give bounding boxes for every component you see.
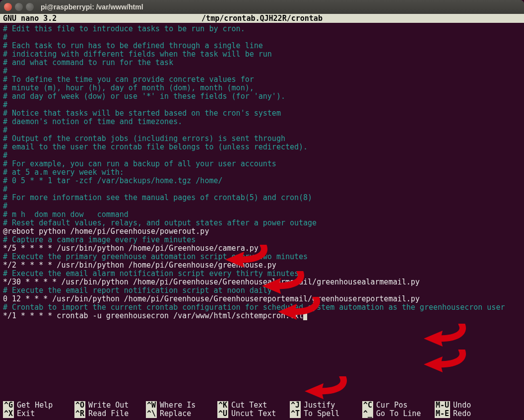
shortcut-go-to-line[interactable]: ^_Go To Line [362, 410, 435, 418]
nano-app-name: GNU nano 3.2 [0, 14, 60, 23]
shortcut-label: Read File [85, 410, 129, 418]
shortcut-label: Justify [301, 401, 335, 410]
shortcut-key: ^U [217, 410, 228, 418]
editor-line: # For more information see the manual pa… [3, 194, 521, 202]
shortcut-key: M-U [435, 401, 450, 410]
window-titlebar[interactable]: pi@raspberrypi: /var/www/html [0, 0, 524, 14]
shortcut-label: Undo [450, 401, 471, 410]
editor-line: */5 * * * * /usr/bin/python /home/pi/Gre… [3, 244, 521, 253]
editor-line: 0 12 * * * /usr/bin/python /home/pi/Gree… [3, 295, 521, 303]
shortcut-replace[interactable]: ^\Replace [146, 410, 217, 418]
shortcut-read-file[interactable]: ^RRead File [74, 410, 146, 418]
editor-line: # [3, 202, 521, 210]
annotation-arrow-icon [303, 376, 347, 401]
shortcut-label: Exit [14, 410, 35, 418]
editor-line: # Execute the primary greenhouse automat… [3, 253, 521, 261]
shortcut-undo[interactable]: M-UUndo [435, 401, 474, 410]
terminal-window: pi@raspberrypi: /var/www/html GNU nano 3… [0, 0, 524, 420]
text-cursor [303, 313, 307, 320]
shortcut-key: M-E [435, 410, 450, 418]
shortcut-label: Cut Text [228, 401, 267, 410]
editor-line: # [3, 33, 521, 42]
shortcut-label: Where Is [157, 401, 196, 410]
shortcut-key: ^G [3, 401, 14, 410]
editor-line: # daemon's notion of time and timezones. [3, 118, 521, 126]
shortcut-label: Cur Pos [373, 401, 407, 410]
editor-line: # and day of week (dow) or use '*' in th… [3, 92, 521, 101]
shortcut-key: ^W [146, 401, 157, 410]
editor-line: # For example, you can run a backup of a… [3, 160, 521, 168]
editor-line: # [3, 101, 521, 109]
editor-line: # [3, 126, 521, 135]
editor-line: # [3, 67, 521, 75]
editor-line: # Reset default values, relays, and outp… [3, 219, 521, 227]
shortcut-label: Go To Line [373, 410, 421, 418]
shortcut-key: ^J [290, 401, 301, 410]
editor-line: */30 * * * * /usr/bin/python /home/pi/Gr… [3, 278, 521, 286]
shortcut-redo[interactable]: M-ERedo [435, 410, 474, 418]
shortcut-key: ^K [217, 401, 228, 410]
shortcut-key: ^R [74, 410, 85, 418]
editor-line: # [3, 185, 521, 194]
shortcut-uncut-text[interactable]: ^UUncut Text [217, 410, 290, 418]
shortcut-key: ^\ [146, 410, 157, 418]
shortcut-get-help[interactable]: ^GGet Help [3, 401, 74, 410]
editor-line: */1 * * * * crontab -u greenhousecron /v… [3, 312, 521, 320]
annotation-arrow-icon [422, 350, 466, 374]
shortcut-label: Get Help [14, 401, 53, 410]
editor-line: # m h dom mon dow command [3, 210, 521, 219]
shortcut-label: Redo [450, 410, 471, 418]
editor-line: # Notice that tasks will be started base… [3, 109, 521, 118]
annotation-arrow-icon [422, 324, 466, 349]
terminal-viewport[interactable]: GNU nano 3.2 /tmp/crontab.QJH22R/crontab… [0, 14, 524, 420]
editor-line: # indicating with different fields when … [3, 50, 521, 59]
shortcut-key: ^_ [362, 410, 373, 418]
window-title: pi@raspberrypi: /var/www/html [41, 3, 143, 11]
nano-editor-content[interactable]: # Edit this file to introduce tasks to b… [0, 23, 524, 320]
editor-line: # 0 5 * * 1 tar -zcf /var/backups/home.t… [3, 177, 521, 185]
shortcut-key: ^C [362, 401, 373, 410]
editor-line: */2 * * * * /usr/bin/python /home/pi/Gre… [3, 261, 521, 270]
nano-status-bar: GNU nano 3.2 /tmp/crontab.QJH22R/crontab [0, 14, 524, 23]
shortcut-write-out[interactable]: ^OWrite Out [74, 401, 146, 410]
shortcut-to-spell[interactable]: ^TTo Spell [290, 410, 362, 418]
shortcut-label: Write Out [85, 401, 129, 410]
maximize-icon[interactable] [26, 3, 34, 11]
editor-line: # To define the time you can provide con… [3, 75, 521, 84]
shortcut-label: Uncut Text [228, 410, 276, 418]
editor-line: # Execute the email report notification … [3, 286, 521, 295]
shortcut-key: ^X [3, 410, 14, 418]
editor-line: # email to the user the crontab file bel… [3, 143, 521, 151]
nano-shortcut-bar: ^GGet Help^OWrite Out^WWhere Is^KCut Tex… [0, 401, 524, 420]
editor-line: # Execute the email alarm notification s… [3, 270, 521, 278]
shortcut-where-is[interactable]: ^WWhere Is [146, 401, 217, 410]
shortcut-label: To Spell [301, 410, 339, 418]
editor-line: # Capture a camera image every five minu… [3, 236, 521, 244]
editor-line: # minute (m), hour (h), day of month (do… [3, 84, 521, 92]
nano-file-path: /tmp/crontab.QJH22R/crontab [201, 14, 323, 23]
editor-line: # [3, 151, 521, 160]
shortcut-exit[interactable]: ^XExit [3, 410, 74, 418]
editor-line: # and what command to run for the task [3, 59, 521, 67]
editor-line: @reboot python /home/pi/Greenhouse/power… [3, 227, 521, 236]
shortcut-label: Replace [157, 410, 191, 418]
shortcut-cur-pos[interactable]: ^CCur Pos [362, 401, 435, 410]
editor-line: # Output of the crontab jobs (including … [3, 135, 521, 143]
shortcut-justify[interactable]: ^JJustify [290, 401, 362, 410]
editor-line: # Each task to run has to be defined thr… [3, 42, 521, 50]
editor-line: # at 5 a.m every week with: [3, 168, 521, 177]
editor-line: # Edit this file to introduce tasks to b… [3, 25, 521, 33]
close-icon[interactable] [4, 3, 12, 11]
shortcut-key: ^T [290, 410, 301, 418]
shortcut-cut-text[interactable]: ^KCut Text [217, 401, 290, 410]
minimize-icon[interactable] [15, 3, 23, 11]
editor-line: # Crontab to import the current crontab … [3, 303, 521, 312]
shortcut-key: ^O [74, 401, 85, 410]
